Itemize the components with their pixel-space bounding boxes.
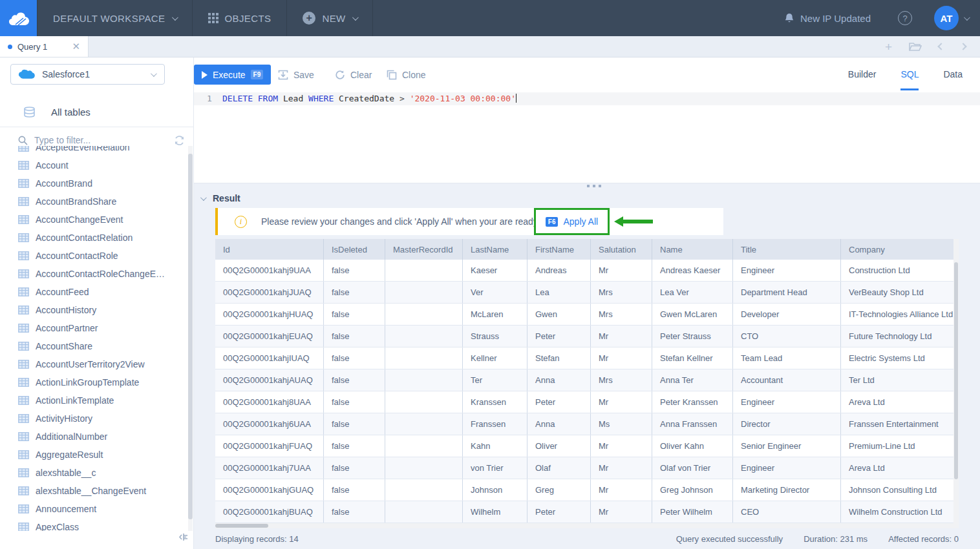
chevron-down-icon <box>171 14 178 21</box>
notification-item[interactable]: New IP Updated <box>784 13 871 24</box>
sidebar-table-item[interactable]: AccountChangeEvent <box>0 211 187 229</box>
table-row[interactable]: 00Q2G00001kahjHUAQfalseMcLarenGwenMrsGwe… <box>215 304 959 326</box>
tab-builder[interactable]: Builder <box>848 58 877 90</box>
sidebar-table-item[interactable]: AdditionalNumber <box>0 428 187 446</box>
sidebar-table-item[interactable]: ActionLinkGroupTemplate <box>0 373 187 391</box>
refresh-icon[interactable] <box>174 135 185 146</box>
table-row[interactable]: 00Q2G00001kahjFUAQfalseKahnOliverMrOlive… <box>215 435 959 457</box>
table-cell: false <box>324 260 385 281</box>
sidebar-table-item[interactable]: AccountPartner <box>0 319 187 337</box>
table-cell <box>385 369 463 391</box>
table-name: ActivityHistory <box>36 413 92 424</box>
column-header-name[interactable]: Name <box>652 239 733 260</box>
sidebar-table-item[interactable]: AccountUserTerritory2View <box>0 355 187 373</box>
column-header-company[interactable]: Company <box>841 239 953 260</box>
table-icon <box>18 342 29 351</box>
table-row[interactable]: 00Q2G00001kahj6UAAfalseFranssenAnnaMsAnn… <box>215 413 959 435</box>
app-window: DEFAULT WORKSPACE OBJECTS + NEW New IP U… <box>0 0 980 549</box>
table-cell: Mr <box>591 391 652 413</box>
sidebar-table-item[interactable]: AggregateResult <box>0 446 187 464</box>
table-row[interactable]: 00Q2G00001kahjAUAQfalseTerAnnaMrsAnna Te… <box>215 369 959 391</box>
sidebar-table-item[interactable]: AccountContactRoleChangeE… <box>0 265 187 283</box>
table-row[interactable]: 00Q2G00001kahjJUAQfalseVerLeaMrsLea VerD… <box>215 282 959 304</box>
clone-button[interactable]: Clone <box>387 65 426 85</box>
table-cell: Peter <box>527 391 591 413</box>
column-header-masterrecordid[interactable]: MasterRecordId <box>385 239 463 260</box>
column-header-lastname[interactable]: LastName <box>463 239 527 260</box>
sidebar-table-item[interactable]: AccountFeed <box>0 283 187 301</box>
sidebar-table-item[interactable]: AccountShare <box>0 337 187 355</box>
collapse-sidebar-icon[interactable] <box>178 533 188 541</box>
table-row[interactable]: 00Q2G00001kahj9UAAfalseKaeserAndreasMrAn… <box>215 260 959 282</box>
tab-data[interactable]: Data <box>943 58 963 90</box>
sidebar-table-item[interactable]: ActionLinkTemplate <box>0 391 187 409</box>
tab-query-1[interactable]: Query 1 ✕ <box>0 36 89 57</box>
sidebar-table-item[interactable]: AccountBrand <box>0 174 187 192</box>
account-chevron-icon[interactable] <box>964 14 970 21</box>
table-cell: false <box>324 435 385 457</box>
table-row[interactable]: 00Q2G00001kahjBUAQfalseWilhelmPeterMrPet… <box>215 501 959 523</box>
table-cell <box>385 435 463 457</box>
sidebar-table-item[interactable]: AccountContactRole <box>0 247 187 265</box>
filter-input[interactable] <box>34 135 167 145</box>
table-name: AggregateResult <box>36 450 103 460</box>
sql-editor[interactable]: 1 DELETE FROM Lead WHERE CreatedDate > '… <box>194 90 980 183</box>
table-name: AccountUserTerritory2View <box>36 359 145 369</box>
sidebar-scrollbar[interactable] <box>188 146 193 531</box>
apply-all-button[interactable]: F6 Apply All <box>536 210 608 233</box>
avatar[interactable]: AT <box>934 6 959 30</box>
apply-shortcut-badge: F6 <box>546 217 559 227</box>
clear-button[interactable]: Clear <box>335 65 372 85</box>
sidebar-table-item[interactable]: Account <box>0 156 187 174</box>
sidebar-table-item[interactable]: ActivityHistory <box>0 409 187 428</box>
next-tab-icon[interactable] <box>961 44 966 49</box>
table-row[interactable]: 00Q2G00001kahjGUAQfalseJohnsonGregMrGreg… <box>215 479 959 501</box>
new-menu[interactable]: + NEW <box>286 0 372 36</box>
column-header-isdeleted[interactable]: IsDeleted <box>324 239 385 260</box>
result-section-header[interactable]: Result <box>200 193 240 203</box>
objects-menu[interactable]: OBJECTS <box>192 0 287 36</box>
column-header-salutation[interactable]: Salutation <box>591 239 652 260</box>
table-cell: Senior Engineer <box>733 435 841 457</box>
save-button[interactable]: Save <box>278 65 314 85</box>
table-name: Announcement <box>36 504 96 514</box>
plus-circle-icon: + <box>303 12 315 25</box>
table-row[interactable]: 00Q2G00001kahj8UAAfalseKranssenPeterMrPe… <box>215 391 959 413</box>
sidebar-table-item[interactable]: AccountBrandShare <box>0 192 187 211</box>
sidebar-table-item[interactable]: AccountHistory <box>0 301 187 319</box>
table-row[interactable]: 00Q2G00001kahjIUAQfalseKellnerStefanMrSt… <box>215 347 959 369</box>
help-button[interactable]: ? <box>898 11 912 25</box>
sidebar-table-item[interactable]: AccountContactRelation <box>0 229 187 247</box>
prev-tab-icon[interactable] <box>939 44 944 49</box>
add-tab-icon[interactable]: + <box>885 41 892 53</box>
workspace-menu[interactable]: DEFAULT WORKSPACE <box>37 0 192 36</box>
table-cell: Johnson <box>463 479 527 501</box>
tab-sql[interactable]: SQL <box>900 58 919 90</box>
result-table-header: IdIsDeletedMasterRecordIdLastNameFirstNa… <box>215 239 959 260</box>
sidebar-table-item[interactable]: Announcement <box>0 500 187 518</box>
column-header-id[interactable]: Id <box>215 239 324 260</box>
panel-splitter-handle[interactable] <box>587 185 601 187</box>
table-vertical-scrollbar[interactable] <box>953 239 959 523</box>
connection-select[interactable]: Salesforce1 <box>10 64 165 85</box>
execute-button[interactable]: Execute F9 <box>194 65 271 85</box>
table-row[interactable]: 00Q2G00001kahj7UAAfalsevon TrierOlafMrOl… <box>215 457 959 479</box>
table-cell: 00Q2G00001kahj8UAA <box>215 391 324 413</box>
close-tab-icon[interactable]: ✕ <box>72 41 80 52</box>
table-cell: Mr <box>591 435 652 457</box>
column-header-title[interactable]: Title <box>733 239 841 260</box>
table-cell: Director <box>733 413 841 435</box>
table-horizontal-scrollbar[interactable] <box>215 523 959 528</box>
column-header-firstname[interactable]: FirstName <box>527 239 591 260</box>
sidebar-table-item[interactable]: alexshtable__ChangeEvent <box>0 482 187 500</box>
sidebar-table-item[interactable]: AcceptedEventRelation <box>0 146 187 156</box>
sidebar-table-item[interactable]: ApexClass <box>0 518 187 531</box>
sidebar-table-item[interactable]: alexshtable__c <box>0 464 187 482</box>
table-row[interactable]: 00Q2G00001kahjEUAQfalseStraussPeterMrPet… <box>215 326 959 347</box>
table-cell <box>385 260 463 281</box>
connection-name: Salesforce1 <box>42 69 90 79</box>
open-folder-icon[interactable] <box>909 42 922 52</box>
app-logo[interactable] <box>0 0 37 36</box>
table-icon <box>18 146 29 152</box>
chevron-down-icon <box>151 70 157 77</box>
